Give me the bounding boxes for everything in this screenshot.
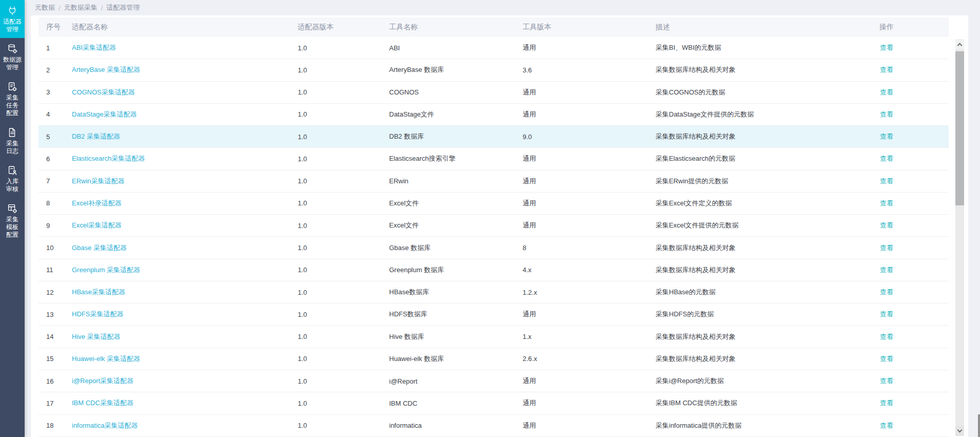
- view-link[interactable]: 查看: [880, 88, 893, 96]
- sidebar-item-label: 采集 日志: [6, 140, 18, 155]
- adapter-version: 1.0: [290, 66, 381, 74]
- adapter-name-link[interactable]: Gbase 采集适配器: [72, 244, 127, 252]
- tool-version: 通用: [515, 43, 648, 52]
- table-row: 10 Gbase 采集适配器 1.0 Gbase 数据库 8 采集数据库结构及相…: [39, 237, 949, 259]
- view-link[interactable]: 查看: [880, 422, 893, 429]
- view-link[interactable]: 查看: [880, 155, 893, 162]
- breadcrumb-item-metadata-collection[interactable]: 元数据采集: [64, 3, 98, 12]
- sidebar-item-datasource-management[interactable]: 数据源 管理: [0, 38, 25, 76]
- plug-icon: [7, 5, 18, 16]
- view-link[interactable]: 查看: [880, 244, 893, 252]
- view-link[interactable]: 查看: [880, 221, 893, 229]
- view-link[interactable]: 查看: [880, 310, 893, 318]
- view-link[interactable]: 查看: [880, 399, 893, 407]
- view-link[interactable]: 查看: [880, 132, 893, 140]
- adapter-version: 1.0: [290, 311, 381, 318]
- window-scrollbar-thumb[interactable]: [978, 414, 980, 437]
- view-link[interactable]: 查看: [880, 177, 893, 185]
- doc-icon: [7, 127, 18, 138]
- table-row: 11 Greenplum 采集适配器 1.0 Greenplum 数据库 4.x…: [39, 259, 949, 281]
- adapter-name-link[interactable]: HDFS采集适配器: [72, 310, 123, 318]
- table-row: 2 ArteryBase 采集适配器 1.0 ArteryBase 数据库 3.…: [39, 59, 949, 81]
- table-scrollbar[interactable]: [955, 39, 964, 436]
- adapter-name-link[interactable]: i@Report采集适配器: [72, 377, 133, 385]
- row-index: 14: [39, 333, 64, 340]
- tool-name: informatica: [381, 422, 515, 429]
- sidebar-item-collection-template-config[interactable]: 采集 模板 配置: [0, 198, 25, 243]
- main-content: 元数据 / 元数据采集 / 适配器管理 序号 适配器名称 适配器版本 工具名称 …: [25, 0, 980, 437]
- adapter-name-link[interactable]: DB2 采集适配器: [72, 132, 120, 140]
- adapter-name-link[interactable]: informatica采集适配器: [72, 422, 138, 429]
- adapter-name-link[interactable]: ERwin采集适配器: [72, 177, 125, 185]
- description: 采集Excel文件提供的元数据: [648, 221, 824, 230]
- adapter-version: 1.0: [290, 88, 381, 96]
- view-link[interactable]: 查看: [880, 66, 893, 73]
- adapter-name-link[interactable]: Hive 采集适配器: [72, 333, 121, 340]
- scrollbar-thumb[interactable]: [955, 51, 964, 205]
- tool-version: 通用: [515, 221, 648, 230]
- view-link[interactable]: 查看: [880, 288, 893, 296]
- table-row: 5 DB2 采集适配器 1.0 DB2 数据库 9.0 采集数据库结构及相关对象…: [39, 126, 949, 148]
- sidebar-item-storage-review[interactable]: 入库 审核: [0, 160, 25, 198]
- tool-name: COGNOS: [381, 88, 515, 96]
- table-row: 15 Huawei-elk 采集适配器 1.0 Huawei-elk 数据库 2…: [39, 348, 949, 370]
- adapter-version: 1.0: [290, 222, 381, 230]
- adapter-name-link[interactable]: Elasticsearch采集适配器: [72, 155, 145, 162]
- row-index: 11: [39, 266, 64, 274]
- description: 采集数据库结构及相关对象: [648, 265, 824, 275]
- table-row: 4 DataStage采集适配器 1.0 DataStage文件 通用 采集Da…: [39, 104, 949, 126]
- description: 采集DataStage文件提供的元数据: [648, 110, 824, 119]
- row-index: 17: [39, 400, 64, 407]
- description: 采集HBase的元数据: [648, 288, 824, 297]
- row-index: 13: [39, 311, 64, 318]
- adapter-name-link[interactable]: Excel补录适配器: [72, 199, 122, 207]
- tool-version: 通用: [515, 398, 648, 408]
- adapter-name-link[interactable]: DataStage采集适配器: [72, 110, 137, 118]
- adapter-version: 1.0: [290, 289, 381, 296]
- sidebar-item-collection-log[interactable]: 采集 日志: [0, 122, 25, 160]
- view-link[interactable]: 查看: [880, 44, 893, 51]
- tool-name: Elasticsearch搜索引擎: [381, 154, 515, 163]
- tool-name: HDFS数据库: [381, 310, 515, 319]
- sidebar-item-collection-task-config[interactable]: 采集 任务 配置: [0, 76, 25, 122]
- view-link[interactable]: 查看: [880, 355, 893, 363]
- adapter-name-link[interactable]: Greenplum 采集适配器: [72, 266, 140, 274]
- view-link[interactable]: 查看: [880, 199, 893, 207]
- col-header-tool-name: 工具名称: [381, 23, 515, 32]
- view-link[interactable]: 查看: [880, 377, 893, 385]
- table-row: 18 informatica采集适配器 1.0 informatica 通用 采…: [39, 415, 949, 437]
- tool-version: 9.0: [515, 133, 648, 141]
- adapter-name-link[interactable]: ABI采集适配器: [72, 44, 116, 51]
- breadcrumb: 元数据 / 元数据采集 / 适配器管理: [25, 0, 980, 15]
- adapter-name-link[interactable]: ArteryBase 采集适配器: [72, 66, 140, 73]
- sidebar: 适配器 管理 数据源 管理 采集 任务 配置 采集 日志 入库 审核 采集 模板…: [0, 0, 25, 437]
- adapter-name-link[interactable]: Excel采集适配器: [72, 221, 122, 229]
- adapter-name-link[interactable]: Huawei-elk 采集适配器: [72, 355, 140, 363]
- row-index: 7: [39, 177, 64, 185]
- row-index: 6: [39, 155, 64, 163]
- table-row: 17 IBM CDC采集适配器 1.0 IBM CDC 通用 采集IBM CDC…: [39, 392, 949, 414]
- description: 采集数据库结构及相关对象: [648, 65, 824, 74]
- view-link[interactable]: 查看: [880, 333, 893, 340]
- view-link[interactable]: 查看: [880, 110, 893, 118]
- sidebar-item-adapter-management[interactable]: 适配器 管理: [0, 0, 25, 38]
- col-header-tool-version: 工具版本: [515, 23, 648, 32]
- row-index: 3: [39, 88, 64, 96]
- adapter-version: 1.0: [290, 377, 381, 385]
- adapter-version: 1.0: [290, 400, 381, 407]
- adapter-version: 1.0: [290, 355, 381, 363]
- table-body: 1 ABI采集适配器 1.0 ABI 通用 采集BI、WBI的元数据 查看 2 …: [39, 37, 949, 437]
- adapter-name-link[interactable]: IBM CDC采集适配器: [72, 399, 133, 407]
- col-header-actions: 操作: [824, 23, 949, 32]
- view-link[interactable]: 查看: [880, 266, 893, 274]
- adapter-name-link[interactable]: HBase采集适配器: [72, 288, 125, 296]
- scroll-up-button[interactable]: [955, 39, 964, 49]
- scroll-down-button[interactable]: [955, 426, 964, 436]
- table-row: 9 Excel采集适配器 1.0 Excel文件 通用 采集Excel文件提供的…: [39, 215, 949, 237]
- breadcrumb-item-metadata[interactable]: 元数据: [35, 3, 55, 12]
- row-index: 2: [39, 66, 64, 74]
- adapter-name-link[interactable]: COGNOS采集适配器: [72, 88, 135, 96]
- tool-name: HBase数据库: [381, 288, 515, 297]
- tool-name: Excel文件: [381, 221, 515, 230]
- adapter-version: 1.0: [290, 155, 381, 163]
